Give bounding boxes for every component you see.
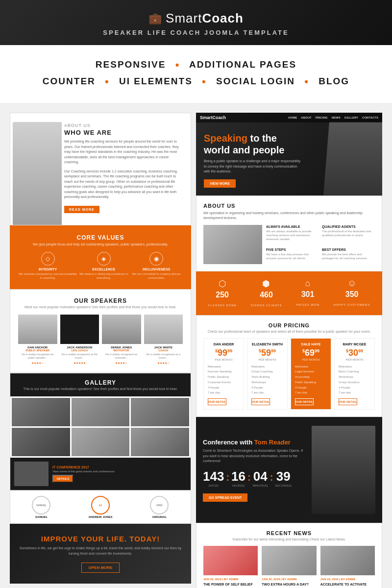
countdown-minutes-label: MINUTE(S) [253,484,268,487]
who-we-are-title: WHO WE ARE [64,129,183,136]
conference-spread-button[interactable]: GO SPREAD EVENT [203,493,247,502]
who-we-are-text1: We providing life coaching services for … [64,139,183,165]
dot-3: • [202,75,207,88]
main-area: About Us WHO WE ARE We providing life co… [0,103,392,588]
gallery-cell-4[interactable] [12,428,70,456]
about-feat-best-offers: Best Offers We provide the best offers a… [322,248,375,264]
about-title: ABOUT US [203,203,375,209]
speaker-card-4: JACK WHITE COACH He is widely recognized… [144,315,183,365]
badge-circle-andrew: AJ [91,496,110,514]
counter-num-classes: 250 [208,291,237,299]
improve-title-text: Improve Your Life. [41,535,129,543]
speaker-stars-3: ★★★★☆ [102,361,141,365]
pc-name-mary: MARY MCGEE [339,343,370,346]
hero-section: SmartCoach HOME ABOUT PRICING NEWS GALLE… [196,113,382,196]
tagline: SPEAKER LIFE COACH JOOMLA TEMPLATE [0,29,392,36]
speaker-img-4 [144,315,183,344]
hero-view-more-button[interactable]: VIEW MORE [204,179,236,188]
speaker-img-3 [102,315,141,344]
countdown-days-num: 143 [203,469,224,484]
nav-link-pricing[interactable]: PRICING [316,116,328,119]
countdown-seconds-label: SECOND(S) [275,484,292,487]
feature-social-login: SOCIAL LOGIN [216,76,295,86]
about-features: Always Available We are always available… [266,225,375,264]
cv-desc-inclusiveness: We are committed to creating diverse com… [129,272,183,280]
improve-open-button[interactable]: OPEN MORE [81,563,120,573]
speaker-stars-2: ★★★★★ [60,361,99,365]
pricing-title: OUR PRICING [203,322,375,328]
speaker-role-4: COACH [144,349,183,352]
gallery-details-button[interactable]: DETAILS [52,475,74,483]
integrity-icon: ◇ [41,252,55,266]
feat-text-qualified: The professional of the dedicated and qu… [322,229,375,238]
speaker-stars-1: ★★★★☆ [18,361,57,365]
gallery-header: GALLERY This is our most popular motivat… [10,373,191,396]
counter-num-prizes: 301 [296,290,319,299]
cv-item-excellence: ◈ Excellence We believe in delivering ex… [78,252,129,280]
badge-name-andrew: ANDREW JONES [88,515,112,518]
countdown-hours: 16 HOUR(S) [231,469,245,487]
pc-btn-dale[interactable]: OUR DETAIL [295,398,314,405]
pc-btn-mary[interactable]: OUR DETAIL [339,398,357,405]
nav-link-contacts[interactable]: CONTACTS [362,116,378,119]
gallery-title: GALLERY [16,379,185,386]
pc-period-dale: PER MONTH [295,358,327,361]
countdown-seconds-num: 39 [276,469,291,484]
gallery-detail-sub: View some of the great events and confer… [52,470,115,473]
who-we-are-section: About Us WHO WE ARE We providing life co… [10,113,191,225]
improve-life-section: Improve Your Life. Today! Sometimes in l… [10,524,191,584]
pc-period-dan: PER MONTH [208,358,240,361]
nav-link-news[interactable]: NEWS [332,116,341,119]
conference-section: Conference with Tom Reader Come to Silve… [196,417,382,523]
about-feat-five-steps: Five Steps We have a five step process t… [266,248,319,264]
news-img-3 [320,546,375,575]
gallery-cell-1[interactable] [12,398,70,426]
dot-2: • [105,75,110,88]
pc-features-elizabeth: MotivationGroup CoachingTeam BuildingWor… [251,364,283,396]
about-image [203,225,262,264]
gallery-cell-2[interactable] [72,398,130,426]
gallery-cell-6[interactable] [131,428,189,456]
speakers-title: OUR SPEAKERS [18,297,183,304]
speaker-card-3: DEREK JONES MOTIVATOR He is widely recog… [102,315,141,365]
improve-subtitle: Sometimes in life, we get the urge to sh… [18,546,183,556]
countdown-minutes: 04 MINUTE(S) [253,469,268,487]
news-card-2: JAN 22, 2016 | BY ADMIN TWO EXTRA HOURS … [262,546,316,588]
conference-person-image [312,426,375,514]
pricing-section: OUR PRICING Check our professional team … [196,315,382,417]
badge-name-samuel: SAMUEL [32,515,50,518]
pc-btn-dan[interactable]: OUR DETAIL [208,398,226,405]
pc-btn-elizabeth[interactable]: OUR DETAIL [251,398,270,405]
counter-prizes: ⌂ 301 Prizes Won [296,278,319,308]
gallery-cell-3[interactable] [131,398,189,426]
core-values-subtitle: We give people focus and help set outsta… [18,243,183,246]
nav-link-home[interactable]: HOME [288,116,297,119]
inclusiveness-icon: ◉ [149,252,163,266]
gallery-detail-title: IT CONFERENCE 2017 [52,466,115,469]
excellence-icon: ◈ [97,252,111,266]
news-card-title-3: ACCELERATE TO ACTIVATE [320,582,375,587]
countdown-hours-num: 16 [231,469,245,484]
pc-period-elizabeth: PER MONTH [251,358,283,361]
feature-counter: COUNTER [43,76,96,86]
who-we-are-text2: Our Coaching services include 1-1 execut… [64,169,183,200]
countdown-days-label: DAY(S) [203,484,224,487]
dot-4: • [304,75,309,88]
gallery-cell-5[interactable] [72,428,130,456]
gallery-detail: IT CONFERENCE 2017 View some of the grea… [10,458,191,490]
pricing-subtitle: Check our professional team of speakers … [203,330,375,333]
read-more-button[interactable]: READ MORE [64,206,99,213]
speaker-card-1: DAN ANCHOR PUBLIC SPEAKER He is widely r… [18,315,57,365]
nav-link-gallery[interactable]: GALLERY [344,116,358,119]
conference-desc: Come to Silvertech Technologies as Assoc… [203,448,306,464]
gallery-detail-img [14,462,49,486]
cv-item-inclusiveness: ◉ Inclusiveness We are committed to crea… [129,252,183,280]
nav-link-about[interactable]: ABOUT [301,116,311,119]
feat-title-qualified: Qualified Agents [322,225,375,228]
hero-nav-links: HOME ABOUT PRICING NEWS GALLERY CONTACTS [288,116,378,119]
speaker-desc-2: He is widely recognized as life coach... [60,353,99,360]
speaker-desc-3: He is widely recognized as motivator... [102,353,141,360]
counter-label-classes: Classes Done [208,304,237,307]
speaker-desc-4: He is widely recognized as a coach... [144,353,183,360]
counter-icon-customers: ☺ [334,278,370,289]
